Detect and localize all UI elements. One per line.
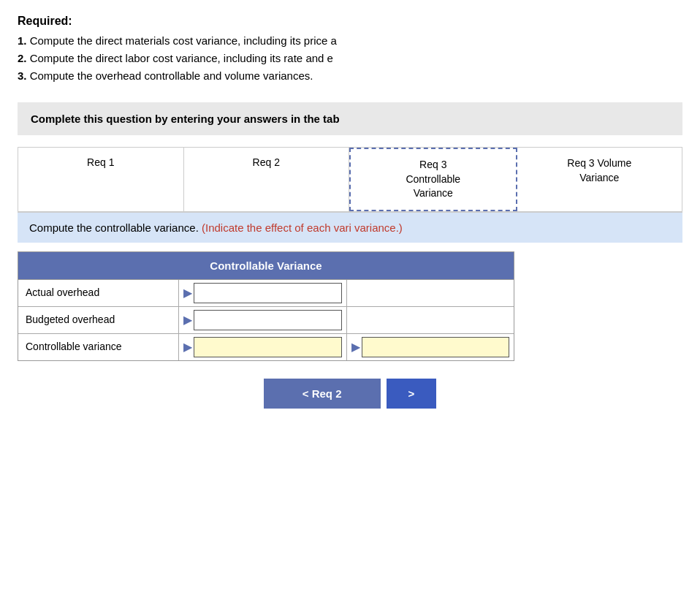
row-input-cell-variance-2: ▶ bbox=[347, 334, 514, 360]
controllable-variance-table: Controllable Variance Actual overhead ▶ bbox=[18, 251, 514, 361]
table-row: Actual overhead ▶ bbox=[18, 280, 514, 307]
row-input-cell-actual-1: ▶ bbox=[179, 280, 347, 306]
input-wrapper: ▶ bbox=[351, 337, 510, 357]
back-button[interactable]: < Req 2 bbox=[264, 379, 381, 409]
arrow-icon: ▶ bbox=[183, 340, 192, 354]
arrow-icon: ▶ bbox=[351, 340, 360, 354]
required-title: Required: bbox=[18, 15, 682, 28]
actual-overhead-input[interactable] bbox=[194, 283, 342, 303]
budgeted-overhead-input[interactable] bbox=[194, 310, 342, 330]
input-wrapper: ▶ bbox=[183, 283, 342, 303]
table-header: Controllable Variance bbox=[18, 252, 514, 279]
row-input-cell-budgeted-1: ▶ bbox=[179, 307, 347, 333]
tab-req3-controllable[interactable]: Req 3ControllableVariance bbox=[349, 148, 517, 211]
required-section: Required: 1. Compute the direct material… bbox=[18, 15, 682, 85]
req-text-3: Compute the overhead controllable and vo… bbox=[30, 69, 313, 82]
row-label-controllable: Controllable variance bbox=[18, 334, 179, 360]
instruction-black-text: Compute the controllable variance. bbox=[29, 221, 202, 234]
input-wrapper: ▶ bbox=[183, 337, 342, 357]
table-body: Actual overhead ▶ Budgeted overhead bbox=[18, 279, 514, 360]
arrow-icon: ▶ bbox=[183, 286, 192, 300]
row-label-actual: Actual overhead bbox=[18, 280, 179, 306]
bottom-nav: < Req 2 > bbox=[18, 379, 682, 409]
tab-req1[interactable]: Req 1 bbox=[18, 148, 184, 211]
required-item-2: 2. Compute the direct labor cost varianc… bbox=[18, 50, 682, 67]
row-input-cell-variance-1: ▶ bbox=[179, 334, 347, 360]
row-input-cell-actual-2 bbox=[347, 280, 514, 306]
req-num-3: 3. bbox=[18, 69, 27, 82]
next-button[interactable]: > bbox=[387, 379, 437, 409]
table-row: Controllable variance ▶ ▶ bbox=[18, 334, 514, 360]
tab-req2[interactable]: Req 2 bbox=[184, 148, 350, 211]
req-text-1: Compute the direct materials cost varian… bbox=[30, 34, 337, 47]
controllable-variance-input-2[interactable] bbox=[362, 337, 510, 357]
complete-instruction-box: Complete this question by entering your … bbox=[18, 102, 682, 135]
complete-instruction-text: Complete this question by entering your … bbox=[31, 113, 340, 125]
instruction-box: Compute the controllable variance. (Indi… bbox=[18, 212, 682, 243]
required-item-3: 3. Compute the overhead controllable and… bbox=[18, 67, 682, 85]
req-num-1: 1. bbox=[18, 34, 27, 47]
req-num-2: 2. bbox=[18, 52, 27, 64]
instruction-red-text: (Indicate the effect of each vari varian… bbox=[202, 221, 403, 234]
input-wrapper: ▶ bbox=[183, 310, 342, 330]
tab-req3-volume[interactable]: Req 3 VolumeVariance bbox=[517, 148, 682, 211]
required-item-1: 1. Compute the direct materials cost var… bbox=[18, 32, 682, 50]
controllable-variance-input-1[interactable] bbox=[194, 337, 342, 357]
table-row: Budgeted overhead ▶ bbox=[18, 307, 514, 334]
req-text-2: Compute the direct labor cost variance, … bbox=[30, 52, 333, 64]
row-input-cell-budgeted-2 bbox=[347, 307, 514, 333]
tabs-row: Req 1 Req 2 Req 3ControllableVariance Re… bbox=[18, 147, 682, 212]
page-container: Required: 1. Compute the direct material… bbox=[0, 0, 700, 423]
row-label-budgeted: Budgeted overhead bbox=[18, 307, 179, 333]
arrow-icon: ▶ bbox=[183, 313, 192, 327]
